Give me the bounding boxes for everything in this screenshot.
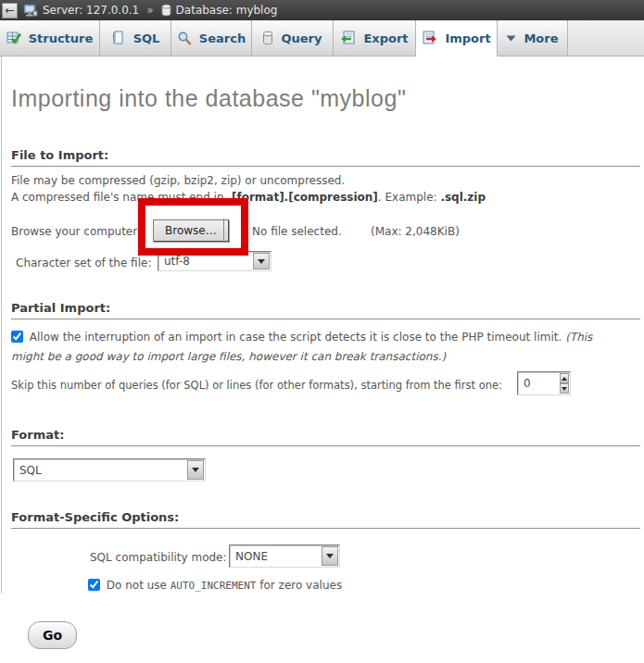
- no-file-selected-text: No file selected.: [252, 223, 342, 240]
- autoinc-row: Do not use AUTO_INCREMENT for zero value…: [88, 577, 342, 594]
- naming-rule-mid: . Example:: [378, 191, 441, 204]
- breadcrumb: Server: 127.0.0.1 » Database: myblog: [23, 4, 277, 17]
- section-heading-format: Format:: [11, 428, 640, 446]
- charset-label: Character set of the file:: [16, 255, 151, 271]
- tab-export[interactable]: Export: [334, 20, 416, 56]
- dropdown-arrow-icon[interactable]: [322, 546, 338, 566]
- skip-queries-input-wrap: [517, 371, 571, 395]
- skip-queries-label: Skip this number of queries (for SQL) or…: [11, 377, 502, 394]
- tab-more[interactable]: More: [498, 20, 568, 56]
- spinner-icon[interactable]: [560, 373, 570, 394]
- section-heading-partial-import: Partial Import:: [11, 301, 640, 319]
- autoinc-text-suffix: for zero values: [256, 579, 342, 592]
- import-icon: [422, 31, 437, 45]
- tab-label: Search: [199, 31, 246, 45]
- content-left-border: [1, 56, 2, 594]
- naming-rule-example: .sql.zip: [440, 191, 486, 204]
- tab-search[interactable]: Search: [171, 20, 252, 56]
- file-import-description: File may be compressed (gzip, bzip2, zip…: [11, 172, 632, 206]
- autoinc-code: AUTO_INCREMENT: [170, 580, 257, 592]
- tab-bar: Structure SQL Search Query: [0, 20, 644, 56]
- server-icon: [23, 4, 38, 17]
- naming-rule-format: .[format].[compression]: [227, 191, 377, 204]
- compression-info-text: File may be compressed (gzip, bzip2, zip…: [11, 174, 345, 187]
- section-heading-format-specific: Format-Specific Options:: [11, 510, 640, 529]
- breadcrumb-bar: ← Server: 127.0.0.1 » Database: myblog: [0, 0, 644, 20]
- charset-select[interactable]: utf-8: [158, 251, 271, 271]
- section-heading-file-to-import: File to Import:: [11, 148, 640, 167]
- tab-sql[interactable]: SQL: [100, 20, 171, 56]
- query-icon: [262, 31, 273, 45]
- breadcrumb-database[interactable]: Database: myblog: [176, 4, 278, 17]
- breadcrumb-server[interactable]: Server: 127.0.0.1: [43, 4, 139, 17]
- go-button[interactable]: Go: [28, 621, 77, 649]
- tab-query[interactable]: Query: [252, 20, 334, 56]
- tab-label: Export: [363, 31, 408, 45]
- skip-queries-input[interactable]: [518, 372, 559, 394]
- autoinc-checkbox[interactable]: [88, 579, 100, 591]
- charset-selected-value: utf-8: [158, 255, 252, 268]
- page-title: Importing into the database "myblog": [11, 85, 406, 112]
- sql-compat-selected-value: NONE: [230, 550, 321, 563]
- tab-import[interactable]: Import: [416, 20, 498, 56]
- export-icon: [340, 31, 356, 45]
- spinner-up-button[interactable]: [560, 373, 570, 383]
- breadcrumb-separator: »: [146, 4, 153, 17]
- dropdown-arrow-icon[interactable]: [253, 253, 270, 269]
- allow-interruption-checkbox[interactable]: [11, 331, 23, 343]
- browse-button[interactable]: Browse…: [153, 219, 229, 242]
- allow-interruption-text: Allow the interruption of an import in c…: [30, 331, 565, 344]
- back-button[interactable]: ←: [2, 3, 18, 19]
- tab-structure[interactable]: Structure: [0, 20, 100, 56]
- sql-page-icon: [111, 31, 126, 45]
- database-icon: [161, 4, 171, 17]
- tab-label: More: [524, 31, 558, 45]
- phpmyadmin-import-page: ← Server: 127.0.0.1 » Database: myblog: [0, 0, 644, 663]
- format-select[interactable]: SQL: [13, 458, 206, 482]
- autoinc-text-prefix: Do not use: [107, 579, 170, 592]
- max-size-text: (Max: 2,048KiB): [371, 223, 460, 240]
- tab-label: Structure: [29, 31, 94, 45]
- allow-interruption-row: Allow the interruption of an import in c…: [11, 328, 627, 367]
- sql-compat-label: SQL compatibility mode:: [90, 549, 227, 566]
- spinner-down-button[interactable]: [560, 383, 570, 394]
- search-icon: [177, 31, 192, 45]
- sql-compat-select[interactable]: NONE: [229, 544, 340, 568]
- tab-label: SQL: [133, 31, 160, 45]
- dropdown-arrow-icon[interactable]: [187, 460, 204, 480]
- tab-bar-filler: [568, 20, 644, 56]
- format-selected-value: SQL: [14, 464, 186, 477]
- structure-icon: [6, 31, 21, 45]
- tab-label: Query: [281, 31, 322, 45]
- file-input-divider: [223, 219, 224, 243]
- chevron-down-icon: [506, 35, 516, 42]
- browse-label: Browse your computer:: [11, 223, 141, 240]
- tab-label: Import: [445, 31, 490, 45]
- naming-rule-text: A compressed file's name must end in: [11, 191, 227, 204]
